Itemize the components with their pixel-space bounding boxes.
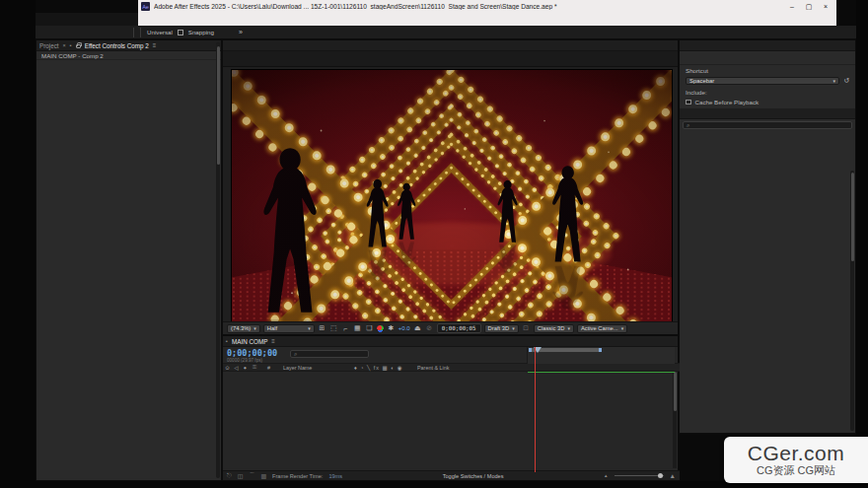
channel-icon[interactable] <box>377 325 384 332</box>
show-snapshot-icon[interactable]: ⊘ <box>425 324 434 332</box>
composition-mini-flowchart <box>223 51 678 67</box>
renderer-dropdown[interactable]: Classic 3D <box>534 324 574 333</box>
exposure-value[interactable]: +0.0 <box>398 325 410 331</box>
after-effects-window: Ae Adobe After Effects 2025 - C:\Users\L… <box>0 0 868 488</box>
shy-layers-icon[interactable]: ⌒ <box>249 471 254 480</box>
snapping-label[interactable]: Snapping <box>188 29 214 35</box>
adjust-exposure-icon[interactable]: ✱ <box>387 324 396 332</box>
composition-tab-bar <box>223 40 678 51</box>
viewer-timecode[interactable]: 0;00;00;05 <box>437 323 481 333</box>
desktop-right-strip <box>856 0 868 488</box>
lock-icon[interactable] <box>76 44 81 48</box>
effects-category-list <box>680 171 849 433</box>
tab-effect-controls[interactable]: Effect Controls Comp 2 <box>85 42 149 49</box>
search-icon: ⌕ <box>687 122 689 129</box>
camera-dropdown[interactable]: Active Came... <box>577 324 627 333</box>
effects-list-scrollbar[interactable] <box>850 171 854 431</box>
time-ruler[interactable] <box>527 347 675 364</box>
preview-transport <box>680 51 855 65</box>
layer-list <box>223 372 680 472</box>
tab-project[interactable]: Project <box>39 42 59 49</box>
panel-menu-icon[interactable]: ≡ <box>271 338 275 344</box>
frame-blending-icon[interactable]: ▥ <box>260 472 266 479</box>
close-button[interactable]: × <box>818 1 833 12</box>
workspace-overflow-icon[interactable]: » <box>239 29 243 35</box>
title-bar: Ae Adobe After Effects 2025 - C:\Users\L… <box>0 0 868 13</box>
watermark-title: CGer.com <box>748 443 845 464</box>
effects-search-input[interactable]: ⌕ <box>683 121 852 129</box>
cache-before-playback-label: Cache Before Playback <box>695 99 760 105</box>
solo-column-icon: ● <box>241 365 250 371</box>
toolbar-divider <box>140 28 141 37</box>
menu-bar <box>138 13 836 26</box>
toolbar: Universal Snapping » <box>36 26 856 39</box>
current-time-indicator[interactable] <box>535 347 536 472</box>
draft-3d-button[interactable]: Draft 3D <box>484 324 519 333</box>
effect-controls-panel: Project × ▪ Effect Controls Comp 2 ≡ MAI… <box>36 39 222 481</box>
timeline-panel: ▪ MAIN COMP ≡ 0;00;00;00 00000 (29.97 fp… <box>222 335 679 481</box>
snapping-checkbox[interactable] <box>178 30 183 35</box>
minimize-button[interactable]: – <box>784 1 800 12</box>
toggle-switches-modes-button[interactable]: Toggle Switches / Modes <box>348 473 598 479</box>
mask-visibility-icon[interactable]: ⬚ <box>329 324 338 332</box>
composition-toolbar: (74.3%) Half ⊞ ⬚ ⌐ ▦ ❏ ✱ +0.0 ⏏ ⊘ 0;00;0… <box>223 321 678 334</box>
effect-controls-tab-bar: Project × ▪ Effect Controls Comp 2 ≡ <box>36 40 221 51</box>
region-of-interest-icon[interactable]: ⌐ <box>341 325 350 332</box>
preview-tab-bar <box>680 40 855 51</box>
window-title: Adobe After Effects 2025 - C:\Users\Lalu… <box>154 3 780 10</box>
video-column-icon: ⊙ <box>223 365 232 371</box>
preview-time-icon[interactable]: ❏ <box>365 324 374 332</box>
shortcut-dropdown[interactable]: Spacebar <box>686 77 839 85</box>
shortcut-label: Shortcut <box>686 67 708 74</box>
timeline-zoom-slider[interactable] <box>615 475 664 476</box>
zoom-in-mountain-icon[interactable]: ▲ <box>670 472 676 479</box>
panel-menu-icon[interactable]: ≡ <box>153 42 157 48</box>
effects-presets-tab-bar <box>680 108 855 119</box>
snapshot-icon[interactable]: ⏏ <box>413 324 422 332</box>
watermark: CGer.com CG资源 CG网站 <box>724 437 868 483</box>
current-time-display[interactable]: 0;00;00;00 <box>227 348 277 358</box>
restore-button[interactable]: ▢ <box>801 1 817 12</box>
composition-mini-flowchart-icon[interactable]: ⎋ <box>227 472 232 479</box>
composition-view[interactable] <box>231 69 673 322</box>
thumbnail-icon: ▪ <box>226 338 228 344</box>
timeline-search-input[interactable]: ⌕ <box>290 350 369 358</box>
include-label: Include: <box>686 89 707 96</box>
desktop-left-strip <box>0 0 36 488</box>
timeline-footer: ⎋ ◫ ⌒ ▥ Frame Render Time: 19ms Toggle S… <box>223 470 680 480</box>
window-controls: –▢× <box>784 1 833 12</box>
magnification-dropdown[interactable]: (74.3%) <box>227 324 260 333</box>
parent-link-column-header[interactable]: Parent & Link <box>417 365 449 371</box>
right-panel: Shortcut Spacebar ↺ Include: Cache Befor… <box>679 39 856 434</box>
effect-controls-comp-label: MAIN COMP - Comp 2 <box>36 51 221 60</box>
cache-before-playback-checkbox[interactable] <box>686 100 691 105</box>
timeline-column-headers: ⊙ ◁ ● ⚿ # Layer Name ♦ ◔ ╲ fx ▦ ◐ ◉ Pare… <box>223 364 680 372</box>
search-icon: ⌕ <box>294 351 297 358</box>
toolbar-divider <box>133 28 134 37</box>
composition-panel: (74.3%) Half ⊞ ⬚ ⌐ ▦ ❏ ✱ +0.0 ⏏ ⊘ 0;00;0… <box>222 39 679 335</box>
stage-scene <box>232 70 672 321</box>
effect-controls-rows <box>36 61 215 480</box>
universal-gizmo-label[interactable]: Universal <box>147 29 173 35</box>
zoom-out-mountain-icon[interactable]: ▲ <box>604 473 608 478</box>
frame-render-time-label: Frame Render Time: <box>272 473 323 479</box>
resolution-dropdown[interactable]: Half <box>263 324 315 333</box>
lock-column-icon: ⚿ <box>250 364 259 371</box>
frame-render-time-value: 19ms <box>328 473 342 479</box>
reset-shortcut-icon[interactable]: ↺ <box>843 77 849 85</box>
audio-column-icon: ◁ <box>232 365 241 371</box>
draft-3d-toggle-icon[interactable]: ◫ <box>238 472 244 479</box>
transparency-grid-icon[interactable]: ▦ <box>353 324 362 332</box>
watermark-subtitle: CG资源 CG网站 <box>757 464 835 477</box>
thumbnail-icon: ▪ <box>70 42 72 48</box>
frame-info: 00000 (29.97 fps) <box>227 358 262 363</box>
grid-guides-icon[interactable]: ⊞ <box>318 324 326 332</box>
ground-plane-icon[interactable]: ⊡ <box>522 324 531 332</box>
layer-name-column-header[interactable]: Layer Name <box>283 365 354 371</box>
effect-controls-scrollbar[interactable] <box>216 42 220 478</box>
app-icon: Ae <box>141 2 150 11</box>
timeline-tab-main-comp[interactable]: MAIN COMP <box>232 338 267 345</box>
timeline-scrollbar[interactable] <box>673 372 677 468</box>
number-column-header: # <box>267 365 283 371</box>
close-icon[interactable]: × <box>63 42 66 48</box>
